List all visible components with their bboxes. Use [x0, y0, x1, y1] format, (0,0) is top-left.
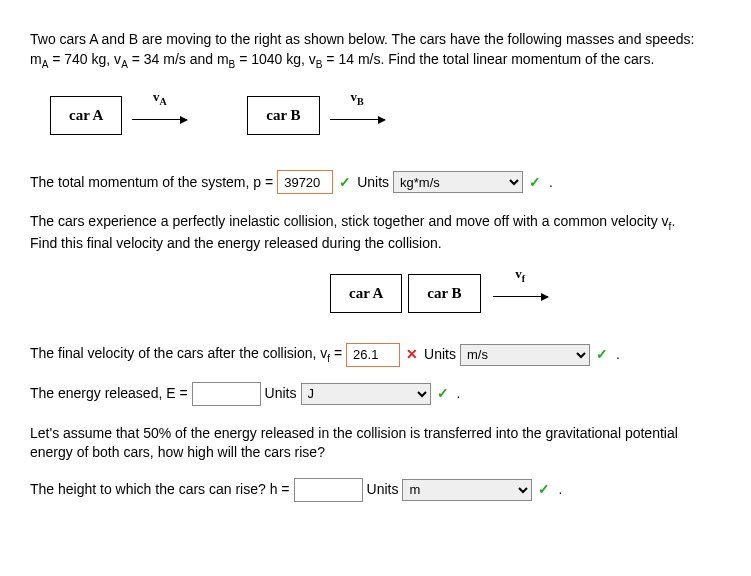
arrow-icon	[132, 119, 187, 120]
car-b-box: car B	[247, 96, 319, 135]
period: .	[616, 345, 620, 365]
q2-value-input[interactable]	[346, 343, 400, 367]
question-energy: The energy released, E = Units J ✓ .	[30, 382, 721, 406]
period: .	[558, 480, 562, 500]
q2-units-select[interactable]: m/s	[460, 344, 590, 366]
q4-value-input[interactable]	[294, 478, 363, 502]
arrow-vf: vf	[493, 283, 548, 303]
q1-units-select[interactable]: kg*m/s	[393, 171, 523, 193]
car-a-box: car A	[50, 96, 122, 135]
check-icon: ✓	[437, 384, 449, 404]
diagram-before: car A vA car B vB	[50, 96, 721, 135]
car-a-box-after: car A	[330, 274, 402, 313]
intro-line2: mA = 740 kg, vA = 34 m/s and mB = 1040 k…	[30, 51, 654, 67]
check-icon: ✓	[538, 480, 550, 500]
arrow-va: vA	[132, 106, 187, 126]
period: .	[549, 173, 553, 193]
q4-units-select[interactable]: m	[402, 479, 532, 501]
question-final-velocity: The final velocity of the cars after the…	[30, 343, 721, 367]
check-icon: ✓	[339, 173, 351, 193]
cross-icon: ✕	[406, 345, 418, 365]
period: .	[457, 384, 461, 404]
intro-line1: Two cars A and B are moving to the right…	[30, 31, 694, 47]
arrow-vb: vB	[330, 106, 385, 126]
car-b-box-after: car B	[408, 274, 480, 313]
q1-prompt: The total momentum of the system, p =	[30, 173, 273, 193]
q2-prompt: The final velocity of the cars after the…	[30, 344, 342, 366]
units-label: Units	[424, 345, 456, 365]
q4-prompt: The height to which the cars can rise? h…	[30, 480, 290, 500]
units-label: Units	[265, 384, 297, 404]
question-height: The height to which the cars can rise? h…	[30, 478, 721, 502]
units-label: Units	[357, 173, 389, 193]
check-icon: ✓	[596, 345, 608, 365]
question-momentum: The total momentum of the system, p = ✓ …	[30, 170, 721, 194]
problem-intro: Two cars A and B are moving to the right…	[30, 30, 721, 71]
height-intro: Let's assume that 50% of the energy rele…	[30, 424, 721, 463]
inelastic-text: The cars experience a perfectly inelasti…	[30, 212, 721, 253]
diagram-after: car A car B vf	[330, 274, 721, 313]
arrow-icon	[330, 119, 385, 120]
q3-value-input[interactable]	[192, 382, 261, 406]
arrow-icon	[493, 296, 548, 297]
q3-units-select[interactable]: J	[301, 383, 431, 405]
q1-value-input[interactable]	[277, 170, 333, 194]
check-icon: ✓	[529, 173, 541, 193]
q3-prompt: The energy released, E =	[30, 384, 188, 404]
units-label: Units	[367, 480, 399, 500]
